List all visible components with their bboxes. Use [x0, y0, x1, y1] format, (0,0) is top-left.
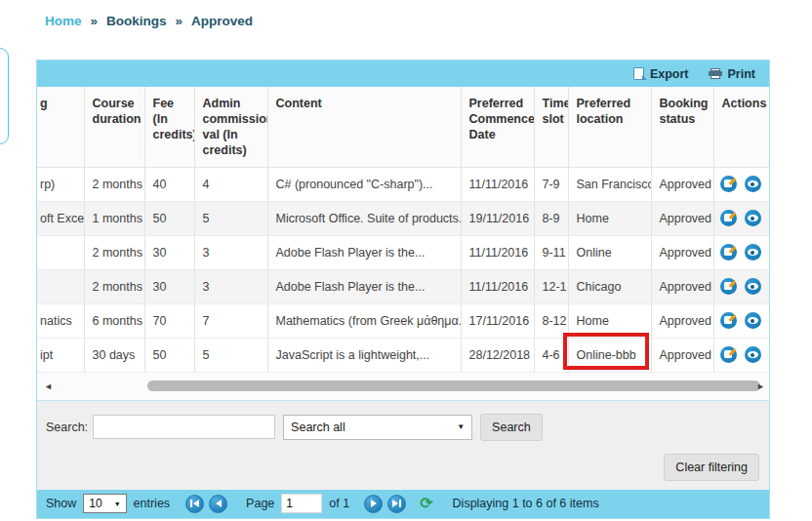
- view-action-icon[interactable]: [745, 346, 761, 363]
- pagination-footer: Show 10 ▼ entries Page of 1 ⟳ Displaying…: [37, 490, 769, 518]
- breadcrumb-bookings-link[interactable]: Bookings: [106, 14, 167, 28]
- edit-action-icon[interactable]: [720, 176, 737, 192]
- refresh-icon[interactable]: ⟳: [420, 496, 432, 511]
- column-header-course-name-fragment: g: [37, 87, 84, 167]
- breadcrumb: Home » Bookings » Approved: [45, 14, 253, 28]
- cell-admin-commission: 4: [194, 167, 267, 201]
- cell-preferred-commence-date: 11/11/2016: [461, 235, 534, 269]
- column-header-course-duration: Course duration: [84, 87, 144, 167]
- clear-filtering-button[interactable]: Clear filtering: [664, 454, 759, 481]
- cell-admin-commission: 3: [194, 235, 267, 269]
- cell-preferred-location: Online: [568, 235, 651, 269]
- scrollbar-thumb[interactable]: [147, 381, 760, 391]
- cell-course-duration: 1 months: [84, 201, 144, 235]
- scroll-right-icon[interactable]: ►: [756, 381, 765, 392]
- cell-actions: [713, 167, 769, 201]
- table-body: rp) 2 months 40 4 C# (pronounced "C-shar…: [37, 167, 769, 372]
- column-header-fee: Fee (In credits): [144, 87, 194, 167]
- page-label: Page: [246, 497, 274, 510]
- column-header-booking-status: Booking status: [651, 87, 713, 167]
- cell-preferred-commence-date: 11/11/2016: [461, 269, 534, 303]
- print-button[interactable]: Print: [709, 67, 755, 81]
- print-label: Print: [728, 67, 755, 81]
- view-action-icon[interactable]: [745, 210, 761, 226]
- chevron-down-icon: ▼: [114, 501, 121, 507]
- cell-actions: [713, 201, 769, 235]
- cell-time-slot: 12-1: [534, 269, 568, 303]
- cell-fee: 40: [144, 167, 194, 201]
- cell-actions: [713, 338, 769, 372]
- cell-content: Adobe Flash Player is the...: [267, 235, 461, 269]
- cell-preferred-location: Chicago: [568, 269, 651, 303]
- search-field-select-value: Search all: [291, 421, 345, 434]
- cell-fee: 30: [144, 235, 194, 269]
- last-page-button[interactable]: [387, 495, 406, 513]
- cell-time-slot: 8-12: [534, 303, 568, 338]
- view-action-icon[interactable]: [745, 244, 761, 260]
- column-header-preferred-commence-date: Preferred Commence Date: [461, 87, 534, 167]
- first-page-button[interactable]: [185, 495, 204, 513]
- cell-time-slot: 4-6: [534, 338, 568, 372]
- cell-preferred-location: Online-bbb: [568, 338, 651, 372]
- cell-booking-status: Approved: [651, 338, 713, 372]
- page-number-input[interactable]: [281, 494, 322, 513]
- cell-preferred-location: Home: [568, 303, 651, 338]
- table-row: natics 6 months 70 7 Mathematics (from G…: [37, 303, 769, 338]
- breadcrumb-home-link[interactable]: Home: [45, 14, 82, 28]
- cell-admin-commission: 5: [194, 201, 267, 235]
- search-panel: Search: Search all ▼ Search Clear filter…: [37, 400, 769, 490]
- column-header-preferred-location: Preferred location: [568, 87, 651, 167]
- page-size-value: 10: [89, 497, 102, 510]
- cell-course-name: [37, 235, 84, 269]
- cell-admin-commission: 7: [194, 303, 267, 338]
- search-button[interactable]: Search: [480, 414, 543, 441]
- search-field-select[interactable]: Search all ▼: [283, 415, 472, 440]
- cell-preferred-location: Home: [568, 201, 651, 235]
- cell-actions: [713, 303, 769, 338]
- cell-actions: [713, 235, 769, 269]
- cell-course-name: natics: [37, 303, 84, 338]
- left-panel-edge: [0, 48, 9, 144]
- horizontal-scrollbar[interactable]: ◄ ►: [37, 373, 769, 400]
- search-input[interactable]: [93, 415, 275, 439]
- cell-time-slot: 8-9: [534, 201, 568, 235]
- view-action-icon[interactable]: [745, 176, 761, 192]
- table-row: rp) 2 months 40 4 C# (pronounced "C-shar…: [37, 167, 769, 201]
- view-action-icon[interactable]: [745, 312, 761, 329]
- cell-content: C# (pronounced "C-sharp")...: [267, 167, 461, 201]
- table-toolbar: Export Print: [37, 60, 769, 87]
- next-page-button[interactable]: [364, 495, 383, 513]
- edit-action-icon[interactable]: [720, 312, 737, 329]
- display-status: Displaying 1 to 6 of 6 items: [453, 497, 599, 510]
- cell-content: Mathematics (from Greek μάθημα...: [267, 303, 461, 338]
- edit-action-icon[interactable]: [720, 244, 737, 260]
- cell-course-name: [37, 269, 84, 303]
- cell-course-duration: 2 months: [84, 269, 144, 303]
- previous-page-button[interactable]: [209, 495, 227, 513]
- cell-course-name: oft Excel: [37, 201, 84, 235]
- edit-action-icon[interactable]: [720, 278, 737, 295]
- table-row: ipt 30 days 50 5 JavaScript is a lightwe…: [37, 338, 769, 372]
- page-size-select[interactable]: 10 ▼: [83, 494, 126, 513]
- export-button[interactable]: Export: [633, 67, 689, 81]
- show-label: Show: [46, 497, 76, 510]
- search-label: Search:: [46, 421, 88, 434]
- cell-actions: [713, 269, 769, 303]
- cell-course-duration: 2 months: [84, 235, 144, 269]
- bookings-table: g Course duration Fee (In credits) Admin…: [37, 87, 769, 373]
- cell-preferred-commence-date: 28/12/2018: [461, 338, 534, 372]
- cell-fee: 50: [144, 338, 194, 372]
- export-icon: [633, 67, 644, 80]
- edit-action-icon[interactable]: [720, 210, 737, 226]
- cell-content: JavaScript is a lightweight,...: [267, 338, 461, 372]
- scroll-left-icon[interactable]: ◄: [44, 381, 53, 392]
- cell-time-slot: 9-11: [534, 235, 568, 269]
- cell-fee: 70: [144, 303, 194, 338]
- view-action-icon[interactable]: [745, 278, 761, 295]
- chevron-down-icon: ▼: [457, 422, 465, 431]
- cell-course-name: rp): [37, 167, 84, 201]
- table-row: oft Excel 1 months 50 5 Microsoft Office…: [37, 201, 769, 235]
- page-count-label: of 1: [329, 497, 349, 510]
- cell-preferred-location: San Francisco: [568, 167, 651, 201]
- edit-action-icon[interactable]: [720, 346, 737, 363]
